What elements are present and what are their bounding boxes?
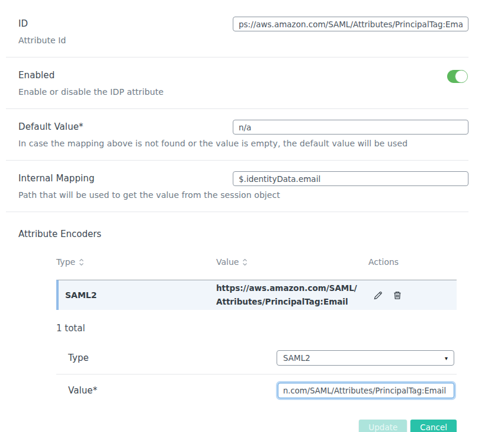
column-header-actions: Actions: [368, 257, 457, 267]
row-actions-cell: [368, 290, 457, 300]
default-value-help-text: In case the mapping above is not found o…: [6, 139, 468, 148]
column-header-type[interactable]: Type: [56, 257, 216, 267]
editor-type-row: Type SAML2 ▾: [56, 342, 457, 374]
toggle-knob: [455, 70, 468, 83]
enabled-toggle[interactable]: [447, 70, 467, 83]
pencil-icon: [373, 293, 383, 302]
enabled-label: Enabled: [6, 63, 54, 81]
type-select[interactable]: SAML2 ▾: [277, 350, 454, 366]
caret-down-icon: ▾: [445, 355, 448, 361]
column-header-value[interactable]: Value: [216, 257, 368, 267]
section-internal-mapping: Internal Mapping Path that will be used …: [6, 161, 468, 212]
default-value-input[interactable]: [233, 120, 468, 135]
trash-icon: [393, 293, 402, 302]
idp-attribute-form: ID Attribute Id Enabled Enable or disabl…: [0, 0, 504, 432]
id-label: ID: [6, 12, 28, 29]
delete-row-button[interactable]: [393, 290, 402, 300]
encoders-table-header: Type Value Actions: [56, 239, 457, 280]
sort-icon: [242, 258, 248, 266]
encoder-editor: Type SAML2 ▾ Value* Update Cancel: [56, 342, 457, 432]
editor-actions: Update Cancel: [56, 420, 457, 432]
attribute-encoders-title: Attribute Encoders: [6, 212, 468, 239]
table-row[interactable]: SAML2 https://aws.amazon.com/SAML/ Attri…: [56, 280, 457, 310]
encoder-value-input[interactable]: [278, 383, 454, 398]
default-value-label: Default Value*: [6, 115, 84, 132]
encoders-table: Type Value Actions SAML2 https://aws.ama…: [56, 239, 457, 310]
edit-row-button[interactable]: [373, 290, 383, 300]
internal-mapping-input[interactable]: [233, 171, 468, 186]
enabled-help-text: Enable or disable the IDP attribute: [6, 87, 468, 97]
cancel-button[interactable]: Cancel: [410, 420, 457, 432]
editor-value-label: Value*: [56, 385, 97, 396]
section-id: ID Attribute Id: [6, 12, 468, 57]
section-default-value: Default Value* In case the mapping above…: [6, 109, 468, 161]
update-button[interactable]: Update: [359, 420, 407, 432]
id-help-text: Attribute Id: [6, 36, 468, 45]
row-type-cell: SAML2: [59, 290, 216, 300]
type-select-value: SAML2: [283, 353, 310, 363]
id-input[interactable]: [233, 17, 468, 31]
row-value-cell: https://aws.amazon.com/SAML/ Attributes/…: [216, 280, 368, 310]
editor-value-row: Value*: [56, 374, 457, 407]
sort-icon: [79, 258, 84, 266]
internal-mapping-help-text: Path that will be used to get the value …: [6, 190, 468, 200]
internal-mapping-label: Internal Mapping: [6, 167, 95, 184]
editor-type-label: Type: [56, 353, 89, 363]
section-enabled: Enabled Enable or disable the IDP attrib…: [6, 57, 468, 109]
total-count: 1 total: [56, 323, 468, 334]
